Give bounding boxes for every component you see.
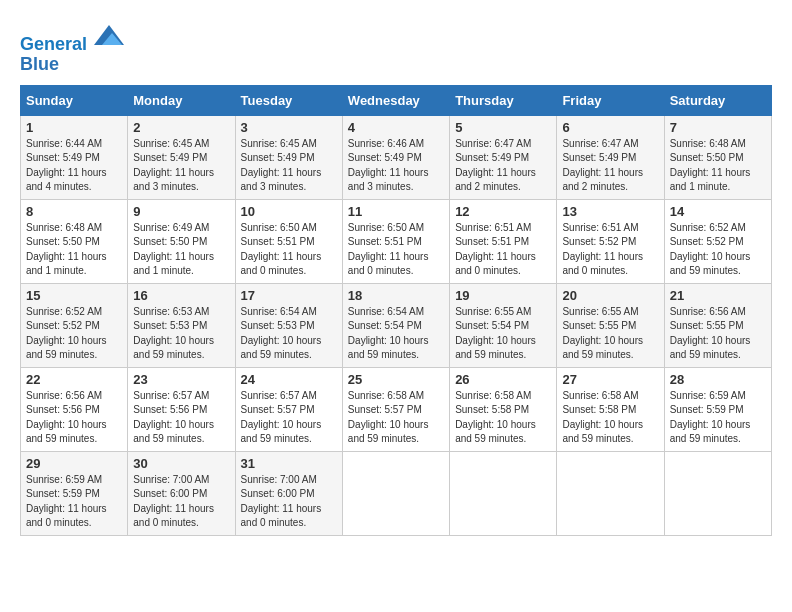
day-info: Sunrise: 6:58 AMSunset: 5:57 PMDaylight:…: [348, 390, 429, 445]
day-number: 14: [670, 204, 766, 219]
day-info: Sunrise: 6:51 AMSunset: 5:52 PMDaylight:…: [562, 222, 643, 277]
header-friday: Friday: [557, 85, 664, 115]
week-row-4: 22 Sunrise: 6:56 AMSunset: 5:56 PMDaylig…: [21, 367, 772, 451]
day-info: Sunrise: 6:50 AMSunset: 5:51 PMDaylight:…: [348, 222, 429, 277]
day-number: 4: [348, 120, 444, 135]
day-number: 30: [133, 456, 229, 471]
day-number: 8: [26, 204, 122, 219]
calendar-cell: 5 Sunrise: 6:47 AMSunset: 5:49 PMDayligh…: [450, 115, 557, 199]
logo-general: General: [20, 34, 87, 54]
header-monday: Monday: [128, 85, 235, 115]
day-number: 7: [670, 120, 766, 135]
calendar-cell: [342, 451, 449, 535]
calendar-cell: 19 Sunrise: 6:55 AMSunset: 5:54 PMDaylig…: [450, 283, 557, 367]
day-number: 24: [241, 372, 337, 387]
logo: General Blue: [20, 20, 124, 75]
calendar-cell: 3 Sunrise: 6:45 AMSunset: 5:49 PMDayligh…: [235, 115, 342, 199]
calendar-header: SundayMondayTuesdayWednesdayThursdayFrid…: [21, 85, 772, 115]
calendar-table: SundayMondayTuesdayWednesdayThursdayFrid…: [20, 85, 772, 536]
calendar-cell: 17 Sunrise: 6:54 AMSunset: 5:53 PMDaylig…: [235, 283, 342, 367]
day-info: Sunrise: 6:44 AMSunset: 5:49 PMDaylight:…: [26, 138, 107, 193]
day-info: Sunrise: 6:57 AMSunset: 5:57 PMDaylight:…: [241, 390, 322, 445]
calendar-cell: 28 Sunrise: 6:59 AMSunset: 5:59 PMDaylig…: [664, 367, 771, 451]
day-number: 16: [133, 288, 229, 303]
calendar-cell: [557, 451, 664, 535]
day-info: Sunrise: 6:56 AMSunset: 5:55 PMDaylight:…: [670, 306, 751, 361]
week-row-1: 1 Sunrise: 6:44 AMSunset: 5:49 PMDayligh…: [21, 115, 772, 199]
day-info: Sunrise: 6:55 AMSunset: 5:55 PMDaylight:…: [562, 306, 643, 361]
day-number: 1: [26, 120, 122, 135]
day-number: 27: [562, 372, 658, 387]
calendar-cell: 4 Sunrise: 6:46 AMSunset: 5:49 PMDayligh…: [342, 115, 449, 199]
day-info: Sunrise: 6:47 AMSunset: 5:49 PMDaylight:…: [455, 138, 536, 193]
calendar-cell: [664, 451, 771, 535]
calendar-cell: 22 Sunrise: 6:56 AMSunset: 5:56 PMDaylig…: [21, 367, 128, 451]
day-number: 10: [241, 204, 337, 219]
day-info: Sunrise: 6:49 AMSunset: 5:50 PMDaylight:…: [133, 222, 214, 277]
header-sunday: Sunday: [21, 85, 128, 115]
header-thursday: Thursday: [450, 85, 557, 115]
calendar-cell: 15 Sunrise: 6:52 AMSunset: 5:52 PMDaylig…: [21, 283, 128, 367]
header-wednesday: Wednesday: [342, 85, 449, 115]
day-info: Sunrise: 6:59 AMSunset: 5:59 PMDaylight:…: [670, 390, 751, 445]
day-info: Sunrise: 6:53 AMSunset: 5:53 PMDaylight:…: [133, 306, 214, 361]
calendar-cell: 16 Sunrise: 6:53 AMSunset: 5:53 PMDaylig…: [128, 283, 235, 367]
day-info: Sunrise: 6:59 AMSunset: 5:59 PMDaylight:…: [26, 474, 107, 529]
logo-text: General: [20, 20, 124, 55]
calendar-cell: 23 Sunrise: 6:57 AMSunset: 5:56 PMDaylig…: [128, 367, 235, 451]
calendar-cell: 13 Sunrise: 6:51 AMSunset: 5:52 PMDaylig…: [557, 199, 664, 283]
calendar-cell: 6 Sunrise: 6:47 AMSunset: 5:49 PMDayligh…: [557, 115, 664, 199]
calendar-cell: 7 Sunrise: 6:48 AMSunset: 5:50 PMDayligh…: [664, 115, 771, 199]
header-row: SundayMondayTuesdayWednesdayThursdayFrid…: [21, 85, 772, 115]
header-tuesday: Tuesday: [235, 85, 342, 115]
day-number: 2: [133, 120, 229, 135]
day-info: Sunrise: 6:54 AMSunset: 5:54 PMDaylight:…: [348, 306, 429, 361]
calendar-cell: 2 Sunrise: 6:45 AMSunset: 5:49 PMDayligh…: [128, 115, 235, 199]
day-info: Sunrise: 6:50 AMSunset: 5:51 PMDaylight:…: [241, 222, 322, 277]
day-info: Sunrise: 6:58 AMSunset: 5:58 PMDaylight:…: [562, 390, 643, 445]
day-number: 31: [241, 456, 337, 471]
day-number: 5: [455, 120, 551, 135]
page-header: General Blue: [20, 20, 772, 75]
calendar-cell: 24 Sunrise: 6:57 AMSunset: 5:57 PMDaylig…: [235, 367, 342, 451]
day-number: 11: [348, 204, 444, 219]
calendar-cell: 27 Sunrise: 6:58 AMSunset: 5:58 PMDaylig…: [557, 367, 664, 451]
day-number: 9: [133, 204, 229, 219]
day-info: Sunrise: 6:48 AMSunset: 5:50 PMDaylight:…: [670, 138, 751, 193]
day-info: Sunrise: 6:52 AMSunset: 5:52 PMDaylight:…: [26, 306, 107, 361]
calendar-cell: 21 Sunrise: 6:56 AMSunset: 5:55 PMDaylig…: [664, 283, 771, 367]
day-info: Sunrise: 6:57 AMSunset: 5:56 PMDaylight:…: [133, 390, 214, 445]
calendar-cell: 10 Sunrise: 6:50 AMSunset: 5:51 PMDaylig…: [235, 199, 342, 283]
calendar-cell: 25 Sunrise: 6:58 AMSunset: 5:57 PMDaylig…: [342, 367, 449, 451]
day-number: 28: [670, 372, 766, 387]
calendar-cell: 30 Sunrise: 7:00 AMSunset: 6:00 PMDaylig…: [128, 451, 235, 535]
day-info: Sunrise: 6:47 AMSunset: 5:49 PMDaylight:…: [562, 138, 643, 193]
day-info: Sunrise: 7:00 AMSunset: 6:00 PMDaylight:…: [241, 474, 322, 529]
day-number: 23: [133, 372, 229, 387]
day-info: Sunrise: 6:45 AMSunset: 5:49 PMDaylight:…: [133, 138, 214, 193]
day-number: 18: [348, 288, 444, 303]
week-row-5: 29 Sunrise: 6:59 AMSunset: 5:59 PMDaylig…: [21, 451, 772, 535]
header-saturday: Saturday: [664, 85, 771, 115]
calendar-cell: 12 Sunrise: 6:51 AMSunset: 5:51 PMDaylig…: [450, 199, 557, 283]
calendar-cell: 1 Sunrise: 6:44 AMSunset: 5:49 PMDayligh…: [21, 115, 128, 199]
calendar-cell: [450, 451, 557, 535]
day-info: Sunrise: 6:48 AMSunset: 5:50 PMDaylight:…: [26, 222, 107, 277]
calendar-cell: 31 Sunrise: 7:00 AMSunset: 6:00 PMDaylig…: [235, 451, 342, 535]
day-number: 13: [562, 204, 658, 219]
day-info: Sunrise: 6:55 AMSunset: 5:54 PMDaylight:…: [455, 306, 536, 361]
calendar-cell: 8 Sunrise: 6:48 AMSunset: 5:50 PMDayligh…: [21, 199, 128, 283]
day-number: 12: [455, 204, 551, 219]
day-info: Sunrise: 6:56 AMSunset: 5:56 PMDaylight:…: [26, 390, 107, 445]
calendar-cell: 20 Sunrise: 6:55 AMSunset: 5:55 PMDaylig…: [557, 283, 664, 367]
logo-blue: Blue: [20, 55, 124, 75]
day-number: 6: [562, 120, 658, 135]
day-number: 20: [562, 288, 658, 303]
day-info: Sunrise: 6:52 AMSunset: 5:52 PMDaylight:…: [670, 222, 751, 277]
calendar-cell: 26 Sunrise: 6:58 AMSunset: 5:58 PMDaylig…: [450, 367, 557, 451]
calendar-cell: 29 Sunrise: 6:59 AMSunset: 5:59 PMDaylig…: [21, 451, 128, 535]
calendar-cell: 9 Sunrise: 6:49 AMSunset: 5:50 PMDayligh…: [128, 199, 235, 283]
day-number: 19: [455, 288, 551, 303]
week-row-2: 8 Sunrise: 6:48 AMSunset: 5:50 PMDayligh…: [21, 199, 772, 283]
day-info: Sunrise: 6:58 AMSunset: 5:58 PMDaylight:…: [455, 390, 536, 445]
